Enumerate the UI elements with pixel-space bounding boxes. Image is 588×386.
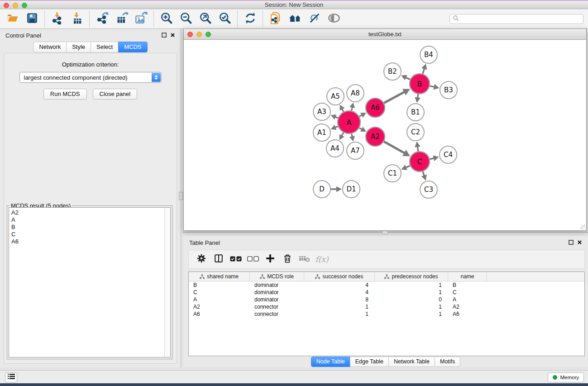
network-graph[interactable]: B4B2BB3A5A8A6A3B1AA1C2A2A4A7C4CC1C3DD1 [184,40,586,230]
import-table-button[interactable] [67,10,86,28]
tab-edge-table[interactable]: Edge Table [350,357,389,367]
float-table-panel-icon[interactable] [569,238,574,247]
function-builder-button[interactable]: f(x) [313,251,330,267]
run-mcds-button[interactable]: Run MCDS [43,89,87,100]
edge-C-C4[interactable] [430,158,434,159]
mcds-result-item[interactable]: A6 [11,238,162,245]
minimize-window-button[interactable] [13,3,18,8]
network-from-selection-button[interactable] [266,10,285,28]
select-all-button[interactable] [227,251,244,267]
mcds-result-item[interactable]: B [11,224,162,231]
table-row[interactable]: Cdominator41C [189,289,584,296]
network-zoom-button[interactable] [206,32,211,37]
add-column-button[interactable] [262,251,279,267]
mcds-result-list[interactable]: A2ABCA6 [9,208,164,357]
apply-layout-button[interactable] [240,10,260,28]
close-table-panel-icon[interactable] [577,238,582,247]
mcds-result-item[interactable]: A2 [11,209,162,216]
tab-network-table[interactable]: Network Table [388,357,435,367]
horizontal-splitter-grip[interactable] [382,231,388,234]
save-session-button[interactable] [22,10,42,28]
column-header-predecessor-nodes[interactable]: predecessor nodes [375,272,448,281]
mcds-result-item[interactable]: A [11,216,162,224]
table-cell: A2 [189,303,250,310]
criterion-select[interactable]: largest connected component (directed) [19,72,162,83]
open-file-button[interactable] [3,10,22,28]
mcds-result-item[interactable]: C [11,231,162,238]
birdseye-view-button[interactable] [324,10,344,28]
table-cell: 1 [375,310,448,318]
memory-button[interactable]: Memory [548,372,584,382]
delete-table-button[interactable] [296,251,313,267]
tab-select[interactable]: Select [91,42,119,52]
edge-A-A3[interactable] [335,117,338,118]
import-network-button[interactable] [48,10,67,28]
zoom-selected-button[interactable] [215,10,234,28]
network-close-button[interactable] [187,32,193,37]
edge-C-C3[interactable] [423,172,424,176]
export-network-button[interactable] [92,10,112,28]
edge-B-B3[interactable] [430,86,434,87]
search-input[interactable] [459,16,580,22]
deselect-all-button[interactable] [244,251,262,267]
edge-B-B4[interactable] [423,69,425,74]
edge-B-B1[interactable] [418,94,418,98]
close-window-button[interactable] [4,3,9,8]
table-cell: 1 [375,289,448,296]
table-cell: C [448,289,487,296]
node-table-header: shared nameMCDS rolesuccessor nodesprede… [189,272,584,281]
column-header-name[interactable]: name [448,272,487,281]
delete-column-button[interactable] [279,251,296,267]
table-cell: 1 [304,303,375,310]
edge-A-A6[interactable] [359,115,362,116]
column-header-successor-nodes[interactable]: successor nodes [304,272,375,281]
checked-checkboxes-icon [230,255,242,263]
list-icon [7,373,15,381]
network-minimize-button[interactable] [196,32,202,37]
network-resize-grip[interactable] [580,224,586,230]
export-image-button[interactable] [131,10,151,28]
close-panel-button[interactable]: Close panel [93,89,138,100]
zoom-in-button[interactable] [157,10,176,28]
close-panel-icon[interactable] [170,31,175,39]
float-panel-icon[interactable] [162,31,167,39]
export-table-button[interactable] [112,10,131,28]
table-row[interactable]: Bdominator41B [189,281,584,289]
toggle-graphics-details-button[interactable] [305,10,324,28]
homes-button[interactable] [285,10,305,28]
edge-A2-C[interactable] [384,142,405,153]
column-header-shared-name[interactable]: shared name [189,272,250,281]
column-header-label: shared name [207,273,239,280]
tab-node-table[interactable]: Node Table [311,357,350,367]
edge-A-A2[interactable] [359,128,362,129]
edge-A-A7[interactable] [352,133,353,137]
edge-A-A8[interactable] [352,107,353,111]
task-history-button[interactable] [5,372,17,382]
edge-A-A5[interactable] [342,109,344,112]
mcds-result-scrollbar[interactable] [164,208,170,357]
edge-C-C2[interactable] [417,147,418,152]
zoom-window-button[interactable] [22,3,27,8]
edge-A-A4[interactable] [342,133,344,136]
show-columns-button[interactable] [210,251,227,267]
network-canvas[interactable]: B4B2BB3A5A8A6A3B1AA1C2A2A4A7C4CC1C3DD1 [184,40,586,230]
edge-C-C1[interactable] [406,166,410,167]
network-window-titlebar[interactable]: testGlobe.txt [184,29,586,40]
table-row[interactable]: A6connector11A6 [189,310,584,318]
tab-motifs[interactable]: Motifs [435,357,460,367]
zoom-fit-button[interactable] [196,10,215,28]
search-field[interactable] [449,14,583,24]
tab-style[interactable]: Style [66,42,91,52]
edge-A6-B[interactable] [384,92,404,103]
edge-A-A1[interactable] [335,126,338,127]
table-row[interactable]: Adominator80A [189,296,584,303]
tab-network[interactable]: Network [33,42,67,52]
table-settings-button[interactable] [193,251,210,267]
zoom-out-button[interactable] [176,10,196,28]
edge-B-B2[interactable] [406,77,410,79]
table-row[interactable]: A2connector11A2 [189,303,584,310]
column-header-mcds-role[interactable]: MCDS role [250,272,304,281]
tab-mcds[interactable]: MCDS [118,42,147,52]
vertical-splitter-grip[interactable] [179,192,183,200]
control-panel: Control Panel NetworkStyleSelectMCDS Opt… [0,29,181,367]
